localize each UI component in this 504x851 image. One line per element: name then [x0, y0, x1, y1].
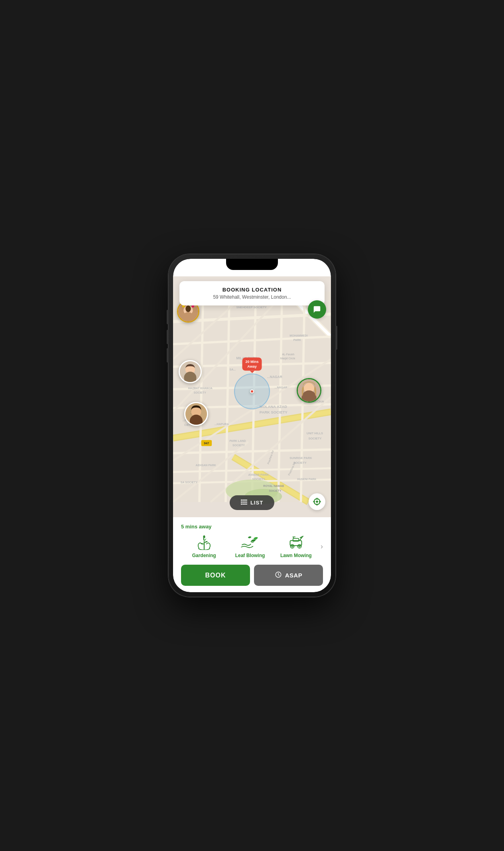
book-button[interactable]: BOOK: [181, 565, 250, 586]
svg-text:ANWAR PARK: ANWAR PARK: [248, 473, 269, 477]
asap-clock-icon: [275, 571, 282, 579]
svg-text:Masjid Circle: Masjid Circle: [280, 357, 295, 360]
list-icon: [241, 499, 247, 506]
crosshair-button[interactable]: [309, 493, 325, 510]
avatar-marker-2[interactable]: [179, 360, 202, 383]
avatar-marker-4[interactable]: [297, 378, 321, 403]
services-chevron-right[interactable]: ›: [319, 542, 323, 551]
svg-text:ROYAL NAWAB: ROYAL NAWAB: [263, 485, 284, 487]
notch: [226, 259, 278, 270]
screen: SNEHDEEP SOCIETY BHAGYODAY Station Rd Ve…: [173, 259, 331, 592]
svg-text:PARK LAND: PARK LAND: [229, 439, 246, 442]
svg-point-90: [241, 502, 242, 503]
phone-inner: SNEHDEEP SOCIETY BHAGYODAY Station Rd Ve…: [173, 259, 331, 592]
svg-text:HAZRAT KHAWJA: HAZRAT KHAWJA: [188, 387, 213, 390]
svg-text:SOCIETY: SOCIETY: [194, 391, 206, 394]
svg-text:SOCIETY: SOCIETY: [232, 444, 245, 447]
svg-point-93: [316, 500, 318, 503]
svg-text:AL-Farukh: AL-Farukh: [282, 353, 294, 356]
leaf-blowing-icon: [240, 534, 260, 550]
service-item-leaf-blowing[interactable]: Leaf Blowing: [227, 534, 273, 558]
service-item-gardening[interactable]: Gardening: [181, 534, 227, 558]
svg-text:SA SOCIETY: SA SOCIETY: [181, 481, 198, 484]
svg-text:AEHSAN PARK: AEHSAN PARK: [196, 464, 217, 467]
lawn-mowing-icon: [285, 534, 306, 550]
svg-point-91: [241, 504, 242, 505]
booking-title: BOOKING LOCATION: [187, 287, 317, 293]
service-label-leaf-blowing: Leaf Blowing: [235, 553, 265, 558]
bottom-panel: 5 mins away: [173, 517, 331, 592]
svg-text:UNIT HILLS: UNIT HILLS: [307, 431, 323, 435]
svg-text:SUNRISE PARK: SUNRISE PARK: [289, 456, 312, 460]
service-items: Gardening: [181, 534, 319, 558]
list-button-label: LIST: [250, 500, 263, 506]
location-marker: 20 Mins Away: [234, 374, 270, 410]
nearby-distance: 5 mins away: [181, 524, 323, 530]
booking-card: BOOKING LOCATION 59 Whitehall, Westminst…: [179, 281, 325, 305]
action-buttons: BOOK ASAP: [181, 565, 323, 589]
svg-text:HUSENI PARK: HUSENI PARK: [297, 478, 317, 481]
services-row: Gardening: [181, 534, 323, 558]
svg-text:...HAPURA: ...HAPURA: [215, 423, 229, 426]
svg-point-89: [241, 500, 242, 501]
service-label-gardening: Gardening: [192, 553, 216, 558]
location-dot: [250, 390, 254, 394]
service-label-lawn-mowing: Lawn Mowing: [280, 553, 312, 558]
svg-text:PARK SOCIETY: PARK SOCIETY: [260, 410, 288, 414]
location-pin-label: 20 Mins Away: [242, 358, 262, 371]
svg-text:SNEHDEEP SOCIETY: SNEHDEEP SOCIETY: [236, 305, 266, 309]
chat-button[interactable]: [308, 300, 326, 319]
gardening-icon: [194, 534, 215, 550]
booking-address: 59 Whitehall, Westminster, London...: [187, 294, 317, 300]
svg-text:...NAGAR: ...NAGAR: [275, 386, 287, 389]
list-button[interactable]: LIST: [230, 495, 274, 510]
asap-button[interactable]: ASAP: [254, 565, 323, 586]
svg-text:SA...: SA...: [229, 368, 236, 371]
svg-text:MOHAMMEDI: MOHAMMEDI: [289, 334, 307, 337]
avatar-marker-3[interactable]: [184, 402, 208, 426]
map-container: SNEHDEEP SOCIETY BHAGYODAY Station Rd Ve…: [173, 276, 331, 517]
phone-device: SNEHDEEP SOCIETY BHAGYODAY Station Rd Ve…: [168, 254, 336, 597]
svg-text:947: 947: [204, 441, 209, 445]
svg-text:PARK: PARK: [293, 339, 301, 341]
service-item-lawn-mowing[interactable]: Lawn Mowing: [273, 534, 319, 558]
svg-text:SOCIETY: SOCIETY: [308, 437, 321, 440]
location-pulse: 20 Mins Away: [234, 374, 270, 410]
svg-text:SOCIETY: SOCIETY: [269, 489, 281, 492]
asap-button-label: ASAP: [285, 572, 303, 579]
svg-point-71: [185, 305, 191, 312]
